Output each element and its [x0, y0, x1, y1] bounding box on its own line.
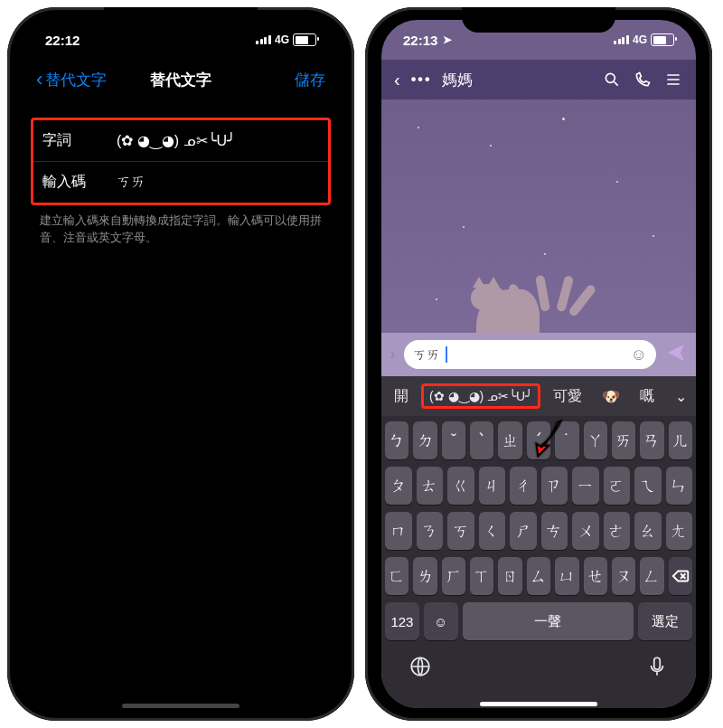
key-ㄝ[interactable]: ㄝ: [584, 557, 607, 595]
chat-back-button[interactable]: ‹: [394, 70, 400, 90]
key-ㄨ[interactable]: ㄨ: [572, 512, 599, 550]
key-ㄖ[interactable]: ㄖ: [498, 557, 521, 595]
key-ㄐ[interactable]: ㄐ: [479, 467, 506, 505]
key-ㄣ[interactable]: ㄣ: [666, 467, 693, 505]
key-row-4: ㄈㄌㄏㄒㄖㄙㄩㄝㄡㄥ: [385, 557, 692, 595]
status-indicators: 4G: [614, 33, 674, 46]
key-row-2: ㄆㄊㄍㄐㄔㄗㄧㄛㄟㄣ: [385, 467, 692, 505]
mic-icon[interactable]: [645, 655, 669, 682]
search-icon[interactable]: [602, 70, 622, 90]
settings-screen: 22:12 4G ‹ 替代文字 替代文字 儲存 字詞 (✿ ◕‿◕) ᓄ✂╰U╯: [23, 20, 338, 708]
key-ㄌ[interactable]: ㄌ: [413, 557, 437, 595]
home-indicator[interactable]: [480, 702, 597, 706]
nav-bar: ‹ 替代文字 替代文字 儲存: [23, 60, 338, 99]
key-ㄢ[interactable]: ㄢ: [640, 421, 663, 459]
battery-icon: [293, 33, 316, 46]
key-ㄊ[interactable]: ㄊ: [417, 467, 444, 505]
key-ㄚ[interactable]: ㄚ: [584, 421, 607, 459]
chat-screen: 22:13 ➤ 4G ‹ ••• 媽媽: [381, 20, 696, 708]
key-ㄆ[interactable]: ㄆ: [385, 467, 412, 505]
key-ㄍ[interactable]: ㄍ: [447, 467, 474, 505]
message-input-bar: › ㄎㄞ ☺: [381, 333, 696, 376]
key-ㄎ[interactable]: ㄎ: [447, 512, 474, 550]
key-ㄘ[interactable]: ㄘ: [541, 512, 568, 550]
battery-icon: [651, 33, 674, 46]
call-icon[interactable]: [633, 70, 653, 90]
key-ㄗ[interactable]: ㄗ: [541, 467, 568, 505]
chevron-down-icon[interactable]: ⌄: [675, 388, 690, 405]
helper-text: 建立輸入碼來自動轉換成指定字詞。輸入碼可以使用拼音、注音或英文字母。: [23, 205, 338, 254]
notch: [104, 7, 258, 33]
network-label: 4G: [275, 33, 289, 46]
key-ㄩ[interactable]: ㄩ: [555, 557, 578, 595]
save-button[interactable]: 儲存: [295, 70, 325, 90]
candidate-last[interactable]: 嘅: [633, 383, 662, 410]
emoji-icon[interactable]: ☺: [631, 345, 647, 364]
shortcut-row[interactable]: 輸入碼 ㄎㄞ: [33, 162, 328, 203]
key-ㄋ[interactable]: ㄋ: [417, 512, 444, 550]
key-ㄡ[interactable]: ㄡ: [612, 557, 635, 595]
text-cursor: [446, 346, 447, 363]
shortcut-value: ㄎㄞ: [117, 173, 146, 192]
status-time: 22:12: [45, 33, 80, 48]
space-key[interactable]: 一聲: [463, 602, 634, 640]
menu-icon[interactable]: [663, 70, 683, 90]
key-ㄏ[interactable]: ㄏ: [442, 557, 465, 595]
candidate-dog[interactable]: 🐶: [595, 384, 627, 409]
svg-point-0: [606, 73, 615, 82]
key-ㄧ[interactable]: ㄧ: [572, 467, 599, 505]
annotation-arrow: [526, 418, 568, 459]
key-ˋ[interactable]: ˋ: [470, 421, 493, 459]
key-ㄉ[interactable]: ㄉ: [413, 421, 437, 459]
key-ˇ[interactable]: ˇ: [442, 421, 465, 459]
send-button[interactable]: [665, 342, 687, 367]
home-indicator[interactable]: [122, 704, 239, 708]
key-ㄕ[interactable]: ㄕ: [510, 512, 537, 550]
key-ㄛ[interactable]: ㄛ: [604, 467, 631, 505]
phrase-value: (✿ ◕‿◕) ᓄ✂╰U╯: [117, 132, 236, 149]
keyboard-toolbar: [385, 648, 692, 689]
key-ㄟ[interactable]: ㄟ: [634, 467, 662, 505]
phone-left: 22:12 4G ‹ 替代文字 替代文字 儲存 字詞 (✿ ◕‿◕) ᓄ✂╰U╯: [7, 7, 354, 721]
back-button[interactable]: ‹ 替代文字: [36, 70, 107, 90]
candidate-open[interactable]: 開: [387, 383, 416, 410]
candidate-kaomoji-highlight[interactable]: (✿ ◕‿◕) ᓄ✂╰U╯: [421, 383, 540, 409]
key-ㄦ[interactable]: ㄦ: [669, 421, 692, 459]
globe-icon[interactable]: [408, 655, 432, 682]
more-icon[interactable]: •••: [411, 71, 432, 88]
chat-title: 媽媽: [442, 70, 473, 90]
key-ㄑ[interactable]: ㄑ: [479, 512, 506, 550]
chat-nav: ‹ ••• 媽媽: [381, 60, 696, 99]
key-ㄅ[interactable]: ㄅ: [385, 421, 408, 459]
chevron-left-icon: ‹: [36, 70, 42, 90]
emoji-keyboard-key[interactable]: ☺: [424, 602, 458, 640]
signal-icon: [614, 35, 629, 44]
location-icon: ➤: [443, 33, 452, 46]
notch: [462, 7, 615, 33]
svg-rect-6: [654, 657, 661, 669]
chat-background: [381, 99, 696, 333]
key-ㄜ[interactable]: ㄜ: [604, 512, 631, 550]
key-ㄈ[interactable]: ㄈ: [385, 557, 408, 595]
select-key[interactable]: 選定: [638, 602, 692, 640]
phone-right: 22:13 ➤ 4G ‹ ••• 媽媽: [365, 7, 712, 721]
key-ㄤ[interactable]: ㄤ: [666, 512, 693, 550]
backspace-key[interactable]: [669, 557, 692, 595]
key-ㄙ[interactable]: ㄙ: [527, 557, 550, 595]
key-ㄞ[interactable]: ㄞ: [612, 421, 635, 459]
candidate-cute[interactable]: 可愛: [546, 383, 589, 410]
key-ㄓ[interactable]: ㄓ: [498, 421, 521, 459]
key-ㄥ[interactable]: ㄥ: [640, 557, 663, 595]
phrase-row[interactable]: 字詞 (✿ ◕‿◕) ᓄ✂╰U╯: [33, 120, 328, 162]
message-input[interactable]: ㄎㄞ ☺: [404, 340, 656, 369]
key-ㄔ[interactable]: ㄔ: [510, 467, 537, 505]
back-label: 替代文字: [45, 70, 107, 90]
numbers-key[interactable]: 123: [385, 602, 419, 640]
text-replacement-form-highlight: 字詞 (✿ ◕‿◕) ᓄ✂╰U╯ 輸入碼 ㄎㄞ: [31, 118, 331, 205]
key-ㄒ[interactable]: ㄒ: [470, 557, 493, 595]
collapse-icon[interactable]: ›: [390, 346, 395, 363]
keyboard: ㄅㄉˇˋㄓˊ˙ㄚㄞㄢㄦ ㄆㄊㄍㄐㄔㄗㄧㄛㄟㄣ ㄇㄋㄎㄑㄕㄘㄨㄜㄠㄤ ㄈㄌㄏㄒㄖㄙ…: [381, 416, 696, 708]
key-row-5: 123 ☺ 一聲 選定: [385, 602, 692, 640]
key-ㄇ[interactable]: ㄇ: [385, 512, 412, 550]
key-ㄠ[interactable]: ㄠ: [634, 512, 662, 550]
